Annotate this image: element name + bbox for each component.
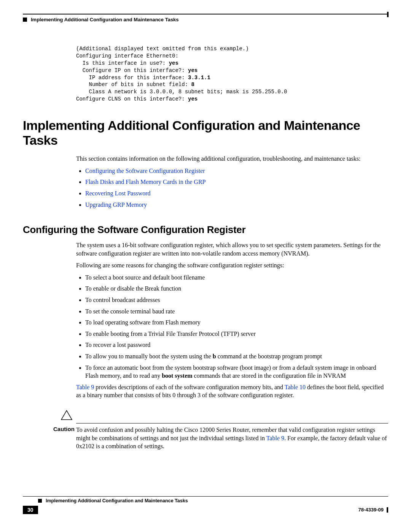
list-item: Configuring the Software Configuration R… (85, 167, 388, 175)
list-item: To force an automatic boot from the syst… (85, 364, 388, 380)
svg-marker-0 (61, 411, 72, 420)
link-list: Configuring the Software Configuration R… (76, 167, 388, 209)
list-item: To select a boot source and default boot… (85, 273, 388, 282)
link-upgrade-memory[interactable]: Upgrading GRP Memory (85, 201, 147, 208)
intro-paragraph: This section contains information on the… (76, 155, 388, 163)
subsection-heading: Configuring the Software Configuration R… (23, 224, 388, 236)
footer-square-icon (38, 499, 42, 503)
document-id: 78-4339-09 (358, 507, 389, 513)
link-table-9[interactable]: Table 9 (76, 384, 94, 390)
list-item: Flash Disks and Flash Memory Cards in th… (85, 178, 388, 186)
caution-label: Caution (53, 426, 76, 451)
caution-rule (76, 423, 388, 423)
footer-running-text: Implementing Additional Configuration an… (46, 498, 188, 503)
page: Implementing Additional Configuration an… (0, 0, 411, 526)
list-item: To recover a lost password (85, 341, 388, 349)
header-rule (23, 14, 388, 14)
list-item: To enable or disable the Break function (85, 284, 388, 293)
footer-rule (23, 496, 388, 497)
section-heading: Implementing Additional Configuration an… (23, 118, 388, 148)
link-table-10[interactable]: Table 10 (285, 384, 306, 390)
caution-text: To avoid confusion and possibly halting … (76, 426, 388, 451)
paragraph: The system uses a 16-bit software config… (76, 241, 388, 257)
list-item: To control broadcast addresses (85, 296, 388, 304)
link-flash-disks[interactable]: Flash Disks and Flash Memory Cards in th… (85, 179, 206, 185)
subsection-body: The system uses a 16-bit software config… (76, 241, 388, 399)
paragraph: Following are some reasons for changing … (76, 261, 388, 270)
header-square-icon (23, 18, 27, 22)
running-header-text: Implementing Additional Configuration an… (31, 17, 179, 22)
page-number: 30 (23, 506, 38, 514)
list-item: Upgrading GRP Memory (85, 201, 388, 209)
reasons-list: To select a boot source and default boot… (76, 273, 388, 380)
code-block: (Additional displayed text omitted from … (76, 45, 388, 103)
caution-block: Caution To avoid confusion and possibly … (53, 410, 388, 451)
list-item: Recovering Lost Password (85, 189, 388, 198)
caution-icon (61, 410, 388, 422)
link-config-register[interactable]: Configuring the Software Configuration R… (85, 168, 205, 174)
list-item: To set the console terminal baud rate (85, 307, 388, 316)
list-item: To enable booting from a Trivial File Tr… (85, 330, 388, 338)
footer-tick-icon (387, 507, 388, 513)
intro-block: This section contains information on the… (76, 155, 388, 209)
paragraph: Table 9 provides descriptions of each of… (76, 383, 388, 399)
running-header: Implementing Additional Configuration an… (23, 17, 388, 22)
link-table-9-caution[interactable]: Table 9 (266, 435, 284, 441)
link-recover-password[interactable]: Recovering Lost Password (85, 190, 151, 197)
footer-running-head: Implementing Additional Configuration an… (38, 498, 388, 503)
list-item: To allow you to manually boot the system… (85, 352, 388, 361)
page-footer: Implementing Additional Configuration an… (23, 496, 388, 514)
list-item: To load operating software from Flash me… (85, 318, 388, 327)
